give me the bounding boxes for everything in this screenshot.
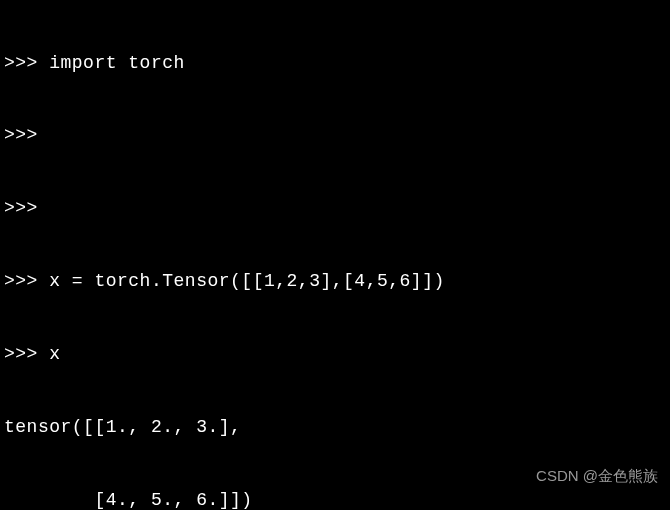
terminal-line: >>> x = torch.Tensor([[1,2,3],[4,5,6]]) (4, 269, 666, 293)
terminal-line: >>> (4, 196, 666, 220)
terminal-line: tensor([[1., 2., 3.], (4, 415, 666, 439)
watermark-text: CSDN @金色熊族 (536, 466, 658, 486)
terminal-line: [4., 5., 6.]]) (4, 488, 666, 510)
terminal-line: >>> x (4, 342, 666, 366)
terminal-line: >>> import torch (4, 51, 666, 75)
terminal-line: >>> (4, 123, 666, 147)
terminal-output[interactable]: >>> import torch >>> >>> >>> x = torch.T… (4, 2, 666, 510)
